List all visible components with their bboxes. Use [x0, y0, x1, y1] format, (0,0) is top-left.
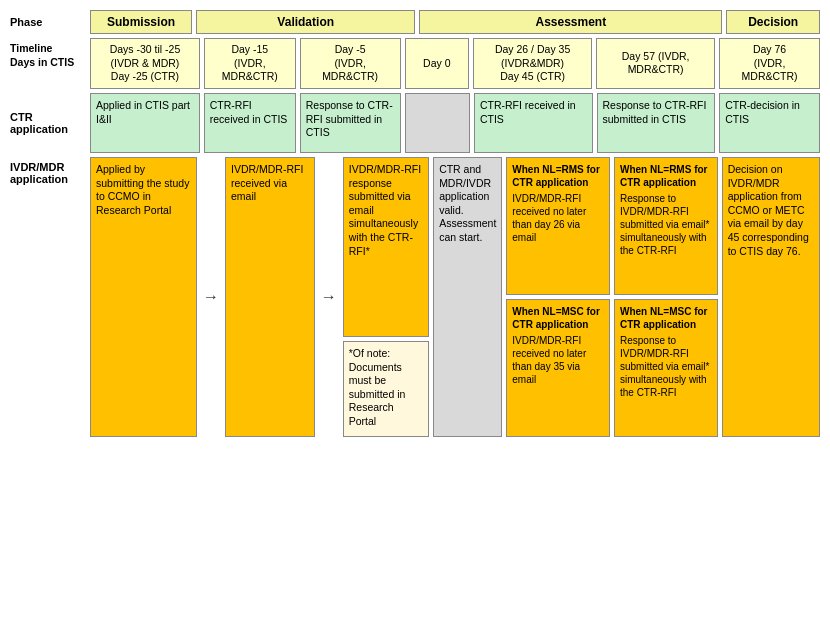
ivdr-ass2-msc-text: Response to IVDR/MDR-RFI submitted via e…	[620, 334, 712, 399]
ctr-label: CTR application	[10, 93, 90, 153]
ivdr-val2-main: IVDR/MDR-RFI response submitted via emai…	[343, 157, 429, 337]
ctr-row: CTR application Applied in CTIS part I&I…	[10, 93, 820, 153]
ivdr-ass1-msc-text: IVDR/MDR-RFI received no later than day …	[512, 334, 604, 386]
ivdr-ass2-col: When NL=RMS for CTR application Response…	[614, 157, 718, 437]
phase-assessment: Assessment	[419, 10, 722, 34]
tl-val1: Day -15(IVDR,MDR&CTR)	[204, 38, 296, 89]
ivdr-cells: Applied by submitting the study to CCMO …	[90, 157, 820, 437]
tl-decision: Day 76(IVDR,MDR&CTR)	[719, 38, 820, 89]
ivdr-val2-note: *Of note: Documents must be submitted in…	[343, 341, 429, 437]
ctr-val2: Response to CTR-RFI submitted in CTIS	[300, 93, 401, 153]
tl-val2: Day -5(IVDR,MDR&CTR)	[300, 38, 401, 89]
ctr-decision: CTR-decision in CTIS	[719, 93, 820, 153]
phase-decision: Decision	[726, 10, 820, 34]
timeline-row: TimelineDays in CTIS Days -30 til -25(IV…	[10, 38, 820, 89]
phase-validation: Validation	[196, 10, 415, 34]
timeline-cells: Days -30 til -25(IVDR & MDR)Day -25 (CTR…	[90, 38, 820, 89]
tl-ass2: Day 57 (IVDR,MDR&CTR)	[596, 38, 715, 89]
ivdr-ass1-rms-text: IVDR/MDR-RFI received no later than day …	[512, 192, 604, 244]
ivdr-submission: Applied by submitting the study to CCMO …	[90, 157, 197, 437]
arrow-2: →	[319, 157, 339, 437]
ivdr-ass2-rms-text: Response to IVDR/MDR-RFI submitted via e…	[620, 192, 712, 257]
ivdr-ass1-msc-label: When NL=MSC for CTR application	[512, 305, 604, 331]
ctr-cells: Applied in CTIS part I&II CTR-RFI receiv…	[90, 93, 820, 153]
ivdr-ass1-rms: When NL=RMS for CTR application IVDR/MDR…	[506, 157, 610, 295]
tl-submission: Days -30 til -25(IVDR & MDR)Day -25 (CTR…	[90, 38, 200, 89]
ivdr-val2-col: IVDR/MDR-RFI response submitted via emai…	[343, 157, 429, 437]
diagram: Phase Submission Validation Assessment D…	[10, 10, 820, 441]
tl-val3: Day 0	[405, 38, 470, 89]
ivdr-ass1-rms-label: When NL=RMS for CTR application	[512, 163, 604, 189]
ctr-val1: CTR-RFI received in CTIS	[204, 93, 296, 153]
ctr-ass2: Response to CTR-RFI submitted in CTIS	[597, 93, 716, 153]
ivdr-ass2-msc-label: When NL=MSC for CTR application	[620, 305, 712, 331]
ivdr-ass2-rms-label: When NL=RMS for CTR application	[620, 163, 712, 189]
ctr-val3	[405, 93, 470, 153]
ivdr-ass1-col: When NL=RMS for CTR application IVDR/MDR…	[506, 157, 610, 437]
arrow-1: →	[201, 157, 221, 437]
phase-submission: Submission	[90, 10, 192, 34]
ivdr-row: IVDR/MDRapplication Applied by submittin…	[10, 157, 820, 437]
tl-ass1: Day 26 / Day 35(IVDR&MDR)Day 45 (CTR)	[473, 38, 592, 89]
ctr-submission: Applied in CTIS part I&II	[90, 93, 200, 153]
phase-headers: Submission Validation Assessment Decisio…	[90, 10, 820, 34]
ivdr-ass2-rms: When NL=RMS for CTR application Response…	[614, 157, 718, 295]
ivdr-ass1-msc: When NL=MSC for CTR application IVDR/MDR…	[506, 299, 610, 437]
ivdr-val1: IVDR/MDR-RFI received via email	[225, 157, 315, 437]
phase-label: Phase	[10, 10, 90, 34]
ivdr-label: IVDR/MDRapplication	[10, 157, 90, 185]
ctr-ass1: CTR-RFI received in CTIS	[474, 93, 593, 153]
ivdr-decision: Decision on IVDR/MDR application from CC…	[722, 157, 820, 437]
timeline-label: TimelineDays in CTIS	[10, 38, 90, 89]
ivdr-ass2-msc: When NL=MSC for CTR application Response…	[614, 299, 718, 437]
ivdr-val3: CTR and MDR/IVDR application valid. Asse…	[433, 157, 502, 437]
phase-row: Phase Submission Validation Assessment D…	[10, 10, 820, 34]
